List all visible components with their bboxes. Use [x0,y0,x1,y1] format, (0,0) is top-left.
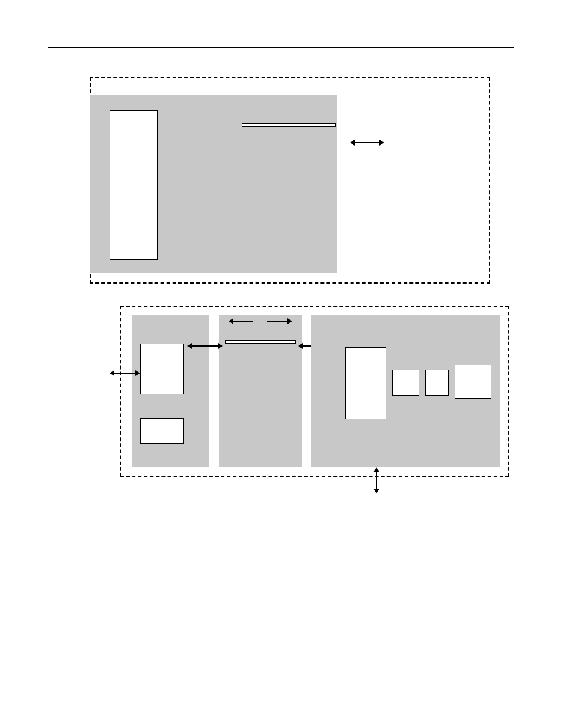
io-bus-arrow-icon [110,370,140,377]
pci-area [219,315,302,467]
svg-marker-2 [379,140,384,146]
dpm-title-2 [226,341,295,344]
svg-marker-8 [218,343,223,349]
os-box [425,370,449,396]
svg-marker-5 [135,370,140,376]
scanner-pci-arrow-icon [187,342,223,350]
dpm-table-2 [225,340,296,344]
dpm-table-1 [242,123,336,127]
pci-title-arrow-right-icon [265,318,292,325]
bios-box [392,370,419,396]
diagram-pci-interface [90,77,514,284]
dpm-title-1 [242,124,335,127]
cpu-box [140,344,184,394]
pci-title-arrow-left-icon [229,318,256,325]
page-header [48,35,514,44]
pci-bus-arrow-icon [372,467,381,493]
svg-marker-1 [350,140,355,146]
svg-marker-18 [373,489,379,493]
svg-marker-4 [110,370,114,376]
svg-marker-12 [287,318,292,324]
page-header-rule [48,35,514,48]
cable-arrow-icon [350,139,384,147]
svg-marker-10 [229,318,233,324]
svg-marker-17 [373,467,379,472]
pci-bus-box [110,110,158,260]
svg-marker-14 [298,343,303,349]
pentium-box [345,347,386,419]
app-box [455,365,491,399]
diagram-open-controller [54,306,514,495]
firmware-box [140,418,184,444]
svg-marker-7 [187,343,192,349]
